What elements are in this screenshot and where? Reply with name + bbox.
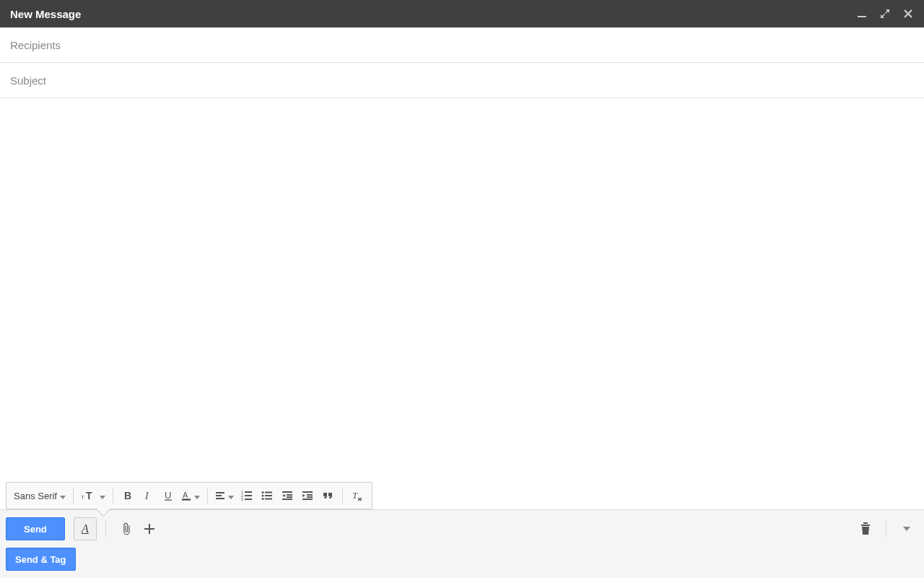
- separator: [207, 488, 208, 504]
- svg-rect-16: [245, 495, 252, 496]
- svg-rect-8: [182, 499, 191, 501]
- svg-rect-17: [245, 499, 252, 500]
- discard-button[interactable]: [854, 517, 877, 540]
- svg-rect-31: [302, 499, 313, 500]
- format-a-icon: A: [82, 522, 89, 535]
- italic-button[interactable]: I: [138, 486, 158, 506]
- svg-text:T: T: [81, 494, 84, 501]
- svg-rect-25: [287, 494, 292, 496]
- svg-rect-34: [144, 528, 154, 530]
- svg-text:I: I: [144, 491, 149, 501]
- svg-rect-10: [216, 495, 222, 496]
- send-and-tag-button[interactable]: Send & Tag: [6, 548, 76, 571]
- svg-rect-27: [282, 499, 292, 500]
- separator: [342, 488, 343, 504]
- separator: [113, 488, 113, 504]
- indent-more-button[interactable]: [297, 486, 318, 506]
- attach-icon: [120, 522, 133, 535]
- svg-rect-6: [165, 500, 172, 501]
- popout-button[interactable]: [879, 8, 891, 20]
- chevron-down-icon: [100, 489, 105, 502]
- svg-text:A: A: [183, 491, 188, 499]
- window-controls: [856, 8, 914, 20]
- svg-rect-11: [216, 498, 225, 499]
- bullet-list-icon: [261, 491, 273, 501]
- indent-less-icon: [282, 491, 293, 501]
- quote-button[interactable]: [318, 486, 338, 506]
- clear-format-icon: T: [352, 491, 363, 501]
- text-color-icon: A: [181, 491, 191, 501]
- svg-text:T: T: [352, 491, 358, 501]
- svg-point-20: [261, 498, 263, 500]
- svg-rect-29: [307, 494, 313, 496]
- separator: [73, 488, 74, 504]
- svg-text:T: T: [86, 491, 92, 501]
- popout-icon: [880, 9, 890, 19]
- close-button[interactable]: [902, 8, 914, 20]
- svg-text:U: U: [165, 491, 171, 501]
- chevron-down-icon: [194, 489, 200, 502]
- chevron-down-icon: [228, 489, 234, 502]
- trash-icon: [860, 522, 871, 535]
- quote-icon: [322, 491, 334, 501]
- separator: [105, 520, 106, 538]
- minimize-button[interactable]: [856, 8, 868, 20]
- subject-input[interactable]: [10, 74, 914, 87]
- svg-rect-26: [287, 496, 292, 498]
- bullet-list-button[interactable]: [257, 486, 277, 506]
- indent-less-button[interactable]: [277, 486, 297, 506]
- more-options-button[interactable]: [895, 517, 918, 540]
- indent-more-icon: [302, 491, 313, 501]
- ordered-list-button[interactable]: 123: [237, 486, 257, 506]
- ordered-list-icon: 123: [241, 491, 253, 501]
- compose-titlebar: New Message: [0, 0, 924, 27]
- underline-button[interactable]: U: [158, 486, 178, 506]
- bold-icon: B: [123, 491, 133, 501]
- italic-icon: I: [143, 491, 153, 501]
- attach-button[interactable]: [115, 517, 138, 540]
- format-toolbar: Sans Serif TT B I U A: [6, 482, 372, 509]
- svg-rect-30: [307, 496, 313, 498]
- subject-field-row: [0, 63, 924, 98]
- svg-point-19: [261, 495, 263, 497]
- underline-icon: U: [163, 491, 173, 501]
- insert-icon: [144, 523, 155, 535]
- footer-right: [854, 517, 918, 540]
- svg-rect-22: [265, 495, 272, 496]
- chevron-down-icon: [60, 489, 66, 502]
- svg-rect-15: [245, 491, 252, 493]
- compose-footer: Send A Send & Tag: [0, 509, 924, 578]
- separator: [886, 520, 886, 538]
- format-toggle-button[interactable]: A: [74, 517, 97, 540]
- font-size-icon: TT: [81, 491, 97, 501]
- text-color-dropdown[interactable]: A: [178, 486, 203, 506]
- svg-rect-23: [265, 499, 272, 500]
- svg-rect-9: [216, 492, 225, 493]
- svg-rect-24: [282, 491, 292, 493]
- svg-text:B: B: [124, 491, 131, 501]
- align-icon: [215, 491, 225, 501]
- svg-point-18: [261, 491, 263, 493]
- svg-rect-36: [863, 522, 868, 524]
- footer-left: Send A: [6, 517, 161, 540]
- svg-rect-35: [861, 525, 870, 526]
- footer-row-1: Send A: [6, 517, 918, 540]
- font-family-dropdown[interactable]: Sans Serif: [11, 486, 69, 506]
- more-icon: [903, 527, 910, 531]
- recipients-field-row: [0, 27, 924, 63]
- compose-title: New Message: [10, 8, 81, 20]
- font-family-label: Sans Serif: [14, 491, 57, 501]
- message-body[interactable]: [0, 98, 924, 482]
- svg-rect-28: [302, 491, 313, 493]
- bold-button[interactable]: B: [118, 486, 138, 506]
- insert-button[interactable]: [138, 517, 161, 540]
- svg-text:3: 3: [241, 497, 243, 501]
- svg-rect-0: [858, 16, 866, 17]
- clear-format-button[interactable]: T: [347, 486, 367, 506]
- format-toolbar-wrap: Sans Serif TT B I U A: [0, 482, 924, 509]
- recipients-input[interactable]: [10, 39, 914, 51]
- footer-row-2: Send & Tag: [6, 548, 918, 571]
- send-button[interactable]: Send: [6, 517, 65, 540]
- align-dropdown[interactable]: [212, 486, 237, 506]
- close-icon: [903, 9, 913, 19]
